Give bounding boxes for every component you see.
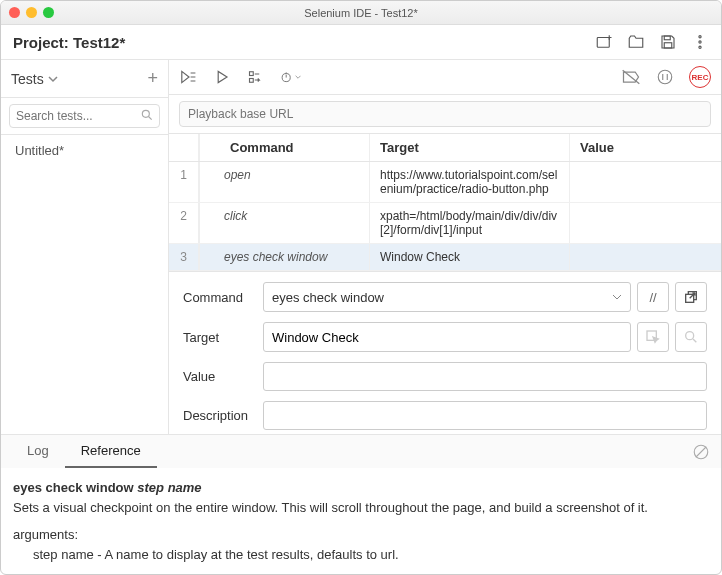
- disable-breakpoints-icon[interactable]: [621, 67, 641, 87]
- row-command: eyes check window: [199, 244, 369, 270]
- ref-args-detail: step name - A name to display at the tes…: [13, 545, 709, 565]
- tab-log[interactable]: Log: [11, 435, 65, 468]
- reference-panel: eyes check window step name Sets a visua…: [1, 468, 721, 574]
- toggle-comment-button[interactable]: //: [637, 282, 669, 312]
- clear-log-icon[interactable]: [691, 442, 711, 462]
- add-test-button[interactable]: +: [147, 68, 158, 89]
- toolbar: REC: [169, 60, 721, 95]
- chevron-down-icon: [295, 73, 301, 81]
- header-target: Target: [369, 134, 569, 161]
- svg-line-25: [693, 339, 696, 342]
- project-bar: Project: Test12*: [1, 25, 721, 60]
- svg-point-6: [699, 41, 701, 43]
- target-input[interactable]: [263, 322, 631, 352]
- pause-on-exception-icon[interactable]: [655, 67, 675, 87]
- bottom-tabs: Log Reference: [1, 434, 721, 468]
- svg-rect-13: [250, 72, 254, 76]
- command-label: Command: [183, 290, 263, 305]
- row-command: open: [199, 162, 369, 202]
- ref-command-name: eyes check window: [13, 480, 134, 495]
- row-target: xpath=/html/body/main/div/div/div[2]/for…: [369, 203, 569, 243]
- sidebar: Tests + Untitled*: [1, 60, 169, 434]
- row-value: [569, 162, 721, 202]
- row-command: click: [199, 203, 369, 243]
- run-all-button[interactable]: [179, 67, 199, 87]
- command-grid: Command Target Value 1openhttps://www.tu…: [169, 134, 721, 272]
- svg-rect-4: [664, 43, 672, 48]
- target-label: Target: [183, 330, 263, 345]
- project-title: Project: Test12*: [13, 34, 125, 51]
- open-project-icon[interactable]: [627, 33, 645, 51]
- step-over-button[interactable]: [247, 67, 267, 87]
- grid-header: Command Target Value: [169, 134, 721, 162]
- value-input[interactable]: [263, 362, 707, 391]
- window-titlebar: Selenium IDE - Test12*: [1, 1, 721, 25]
- row-number: 1: [169, 162, 199, 202]
- svg-line-27: [696, 446, 707, 457]
- test-item[interactable]: Untitled*: [1, 135, 168, 166]
- svg-point-8: [142, 110, 149, 117]
- base-url-input[interactable]: [179, 101, 711, 127]
- svg-point-24: [686, 332, 694, 340]
- description-label: Description: [183, 408, 263, 423]
- table-row[interactable]: 2clickxpath=/html/body/main/div/div/div[…: [169, 203, 721, 244]
- record-button[interactable]: REC: [689, 66, 711, 88]
- svg-rect-3: [664, 36, 670, 40]
- svg-point-7: [699, 46, 701, 48]
- row-number: 2: [169, 203, 199, 243]
- chevron-down-icon: [612, 292, 622, 302]
- open-new-window-button[interactable]: [675, 282, 707, 312]
- tab-reference[interactable]: Reference: [65, 435, 157, 468]
- row-number: 3: [169, 244, 199, 270]
- tests-dropdown[interactable]: Tests: [11, 71, 58, 87]
- header-command: Command: [199, 134, 369, 161]
- search-icon: [140, 108, 154, 125]
- description-input[interactable]: [263, 401, 707, 430]
- svg-point-5: [699, 36, 701, 38]
- svg-rect-0: [597, 38, 609, 48]
- chevron-down-icon: [48, 74, 58, 84]
- ref-description: Sets a visual checkpoint on the entire w…: [13, 498, 709, 518]
- more-menu-icon[interactable]: [691, 33, 709, 51]
- run-current-button[interactable]: [213, 67, 233, 87]
- row-value: [569, 203, 721, 243]
- command-select[interactable]: eyes check window: [263, 282, 631, 312]
- ref-args-label: arguments:: [13, 525, 709, 545]
- table-row[interactable]: 1openhttps://www.tutorialspoint.com/sele…: [169, 162, 721, 203]
- select-target-button[interactable]: [637, 322, 669, 352]
- new-project-icon[interactable]: [595, 33, 613, 51]
- test-list: Untitled*: [1, 135, 168, 434]
- svg-rect-14: [250, 79, 254, 83]
- find-target-button[interactable]: [675, 322, 707, 352]
- svg-line-9: [149, 117, 152, 120]
- svg-point-19: [658, 70, 672, 84]
- value-label: Value: [183, 369, 263, 384]
- search-tests-input[interactable]: [9, 104, 160, 128]
- row-value: [569, 244, 721, 270]
- window-title: Selenium IDE - Test12*: [1, 7, 721, 19]
- table-row[interactable]: 3eyes check windowWindow Check: [169, 244, 721, 271]
- row-target: https://www.tutorialspoint.com/selenium/…: [369, 162, 569, 202]
- header-value: Value: [569, 134, 721, 161]
- ref-arg-name: step name: [137, 480, 201, 495]
- command-editor: Command eyes check window // Target: [169, 272, 721, 450]
- save-project-icon[interactable]: [659, 33, 677, 51]
- row-target: Window Check: [369, 244, 569, 270]
- speed-button[interactable]: [281, 67, 301, 87]
